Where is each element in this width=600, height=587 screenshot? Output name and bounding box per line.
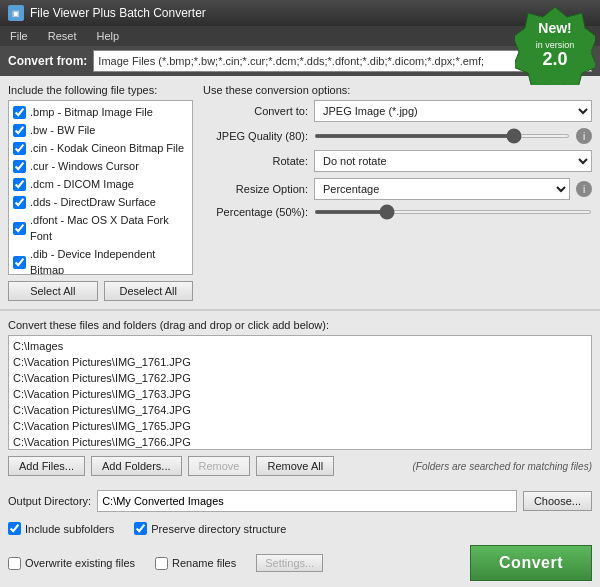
percentage-label: Percentage (50%):: [203, 206, 308, 218]
file-types-label: Include the following file types:: [8, 84, 193, 96]
file-entry-1763: C:\Vacation Pictures\IMG_1763.JPG: [13, 386, 587, 402]
file-label-bw: .bw - BW File: [30, 122, 95, 138]
files-btn-row: Add Files... Add Folders... Remove Remov…: [8, 456, 592, 476]
include-subfolders-label: Include subfolders: [25, 523, 114, 535]
jpeg-quality-slider[interactable]: [314, 134, 570, 138]
files-section-label: Convert these files and folders (drag an…: [8, 319, 592, 331]
file-types-list: .bmp - Bitmap Image File .bw - BW File .…: [8, 100, 193, 275]
rotate-row: Rotate: Do not rotate 90° clockwise 90° …: [203, 150, 592, 172]
preserve-directory-checkbox-label[interactable]: Preserve directory structure: [134, 522, 286, 535]
choose-button[interactable]: Choose...: [523, 491, 592, 511]
add-folders-button[interactable]: Add Folders...: [91, 456, 181, 476]
options-grid: Convert to: JPEG Image (*.jpg) PNG Image…: [203, 100, 592, 218]
action-row: Overwrite existing files Rename files Se…: [0, 539, 600, 587]
rename-files-label: Rename files: [172, 557, 236, 569]
overwrite-existing-checkbox[interactable]: [8, 557, 21, 570]
file-checkbox-bw[interactable]: [13, 124, 26, 137]
overwrite-existing-checkbox-label[interactable]: Overwrite existing files: [8, 557, 135, 570]
file-checkbox-bmp[interactable]: [13, 106, 26, 119]
app-icon: ▣: [8, 5, 24, 21]
settings-button[interactable]: Settings...: [256, 554, 323, 572]
include-subfolders-checkbox[interactable]: [8, 522, 21, 535]
menu-reset[interactable]: Reset: [44, 29, 81, 43]
convert-to-label: Convert to:: [203, 105, 308, 117]
title-bar: ▣ File Viewer Plus Batch Converter: [0, 0, 600, 26]
file-label-cin: .cin - Kodak Cineon Bitmap File: [30, 140, 184, 156]
svg-text:New!: New!: [538, 20, 571, 36]
file-entry-1764: C:\Vacation Pictures\IMG_1764.JPG: [13, 402, 587, 418]
file-entry-1762: C:\Vacation Pictures\IMG_1762.JPG: [13, 370, 587, 386]
percentage-slider[interactable]: [314, 210, 592, 214]
overwrite-existing-label: Overwrite existing files: [25, 557, 135, 569]
select-all-button[interactable]: Select All: [8, 281, 98, 301]
file-entry-1766: C:\Vacation Pictures\IMG_1766.JPG: [13, 434, 587, 450]
rotate-label: Rotate:: [203, 155, 308, 167]
file-checkbox-dcm[interactable]: [13, 178, 26, 191]
menu-bar: File Reset Help: [0, 26, 600, 46]
checkboxes-row-1: Include subfolders Preserve directory st…: [0, 518, 600, 539]
file-label-dfont: .dfont - Mac OS X Data Fork Font: [30, 212, 188, 244]
file-label-cur: .cur - Windows Cursor: [30, 158, 139, 174]
file-checkbox-dib[interactable]: [13, 256, 26, 269]
menu-file[interactable]: File: [6, 29, 32, 43]
list-item: .dds - DirectDraw Surface: [11, 193, 190, 211]
title-bar-text: File Viewer Plus Batch Converter: [30, 6, 206, 20]
files-section: Convert these files and folders (drag an…: [0, 311, 600, 484]
file-label-dds: .dds - DirectDraw Surface: [30, 194, 156, 210]
file-label-bmp: .bmp - Bitmap Image File: [30, 104, 153, 120]
convert-button[interactable]: Convert: [470, 545, 592, 581]
list-item: .bw - BW File: [11, 121, 190, 139]
remove-button[interactable]: Remove: [188, 456, 251, 476]
remove-all-button[interactable]: Remove All: [256, 456, 334, 476]
list-item: .bmp - Bitmap Image File: [11, 103, 190, 121]
jpeg-quality-row: JPEG Quality (80): i: [203, 128, 592, 144]
file-checkbox-cur[interactable]: [13, 160, 26, 173]
main-content: Include the following file types: .bmp -…: [0, 76, 600, 310]
percentage-row: Percentage (50%):: [203, 206, 592, 218]
percentage-slider-container: [314, 210, 592, 214]
select-buttons-row: Select All Deselect All: [8, 281, 193, 301]
resize-label: Resize Option:: [203, 183, 308, 195]
file-entry-1765: C:\Vacation Pictures\IMG_1765.JPG: [13, 418, 587, 434]
file-checkbox-cin[interactable]: [13, 142, 26, 155]
file-entry-1761: C:\Vacation Pictures\IMG_1761.JPG: [13, 354, 587, 370]
file-checkbox-dds[interactable]: [13, 196, 26, 209]
resize-info-icon[interactable]: i: [576, 181, 592, 197]
jpeg-quality-label: JPEG Quality (80):: [203, 130, 308, 142]
list-item: .cur - Windows Cursor: [11, 157, 190, 175]
list-item: .cin - Kodak Cineon Bitmap File: [11, 139, 190, 157]
list-item: .dfont - Mac OS X Data Fork Font: [11, 211, 190, 245]
jpeg-quality-info-icon[interactable]: i: [576, 128, 592, 144]
preserve-directory-checkbox[interactable]: [134, 522, 147, 535]
file-checkbox-dfont[interactable]: [13, 222, 26, 235]
preserve-directory-label: Preserve directory structure: [151, 523, 286, 535]
resize-select[interactable]: Percentage Pixel dimensions No resize: [314, 178, 570, 200]
output-directory-input[interactable]: [97, 490, 517, 512]
add-files-button[interactable]: Add Files...: [8, 456, 85, 476]
convert-from-bar: Convert from:: [0, 46, 600, 76]
rename-files-checkbox[interactable]: [155, 557, 168, 570]
files-list[interactable]: C:\Images C:\Vacation Pictures\IMG_1761.…: [8, 335, 592, 450]
file-label-dcm: .dcm - DICOM Image: [30, 176, 134, 192]
list-item: .dib - Device Independent Bitmap: [11, 245, 190, 275]
left-panel: Include the following file types: .bmp -…: [8, 84, 193, 301]
output-directory-label: Output Directory:: [8, 495, 91, 507]
jpeg-quality-slider-container: [314, 134, 570, 138]
new-badge: New! in version 2.0: [515, 5, 595, 85]
list-item: .dcm - DICOM Image: [11, 175, 190, 193]
rename-files-checkbox-label[interactable]: Rename files: [155, 557, 236, 570]
resize-option-row: Resize Option: Percentage Pixel dimensio…: [203, 178, 592, 200]
file-entry-images: C:\Images: [13, 338, 587, 354]
deselect-all-button[interactable]: Deselect All: [104, 281, 194, 301]
folder-note: (Folders are searched for matching files…: [412, 461, 592, 472]
menu-help[interactable]: Help: [92, 29, 123, 43]
file-label-dib: .dib - Device Independent Bitmap: [30, 246, 188, 275]
right-panel: Use these conversion options: Convert to…: [203, 84, 592, 301]
convert-from-label: Convert from:: [8, 54, 87, 68]
conversion-options-label: Use these conversion options:: [203, 84, 592, 96]
svg-text:2.0: 2.0: [542, 49, 567, 69]
include-subfolders-checkbox-label[interactable]: Include subfolders: [8, 522, 114, 535]
output-row: Output Directory: Choose...: [0, 484, 600, 518]
convert-to-select[interactable]: JPEG Image (*.jpg) PNG Image (*.png) BMP…: [314, 100, 592, 122]
rotate-select[interactable]: Do not rotate 90° clockwise 90° counter-…: [314, 150, 592, 172]
